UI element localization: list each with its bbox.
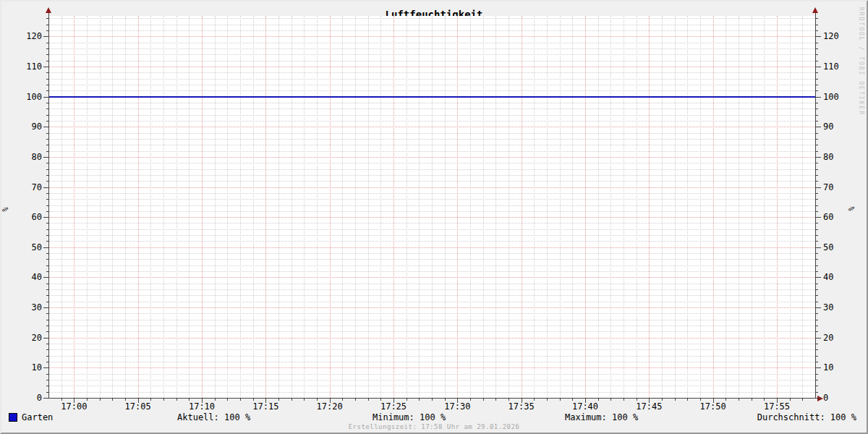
y-minor-tick-left xyxy=(46,362,48,362)
y-tick-label-right: 120 xyxy=(823,31,852,41)
y-minor-tick-left xyxy=(46,121,48,122)
minor-gridline-v xyxy=(509,16,509,398)
x-minor-tick xyxy=(407,399,407,401)
y-minor-tick-left xyxy=(46,356,48,357)
x-tick-label: 17:50 xyxy=(692,401,735,412)
y-major-tick-right xyxy=(816,127,821,127)
series-color-swatch xyxy=(9,413,17,422)
y-minor-tick-left xyxy=(46,284,48,284)
minor-gridline-v xyxy=(739,16,739,398)
y-minor-tick-right xyxy=(816,181,818,182)
y-minor-tick-left xyxy=(46,103,48,103)
minor-gridline-v xyxy=(407,16,407,398)
y-axis-arrow-left xyxy=(46,7,51,13)
y-minor-tick-left xyxy=(46,181,48,182)
minor-gridline-v xyxy=(445,16,446,398)
y-major-tick-right xyxy=(816,398,821,399)
major-gridline-v xyxy=(138,16,139,398)
y-major-tick-left xyxy=(43,97,48,98)
y-major-tick-right xyxy=(816,217,821,218)
minor-gridline-v xyxy=(368,16,369,398)
y-minor-tick-right xyxy=(816,241,818,242)
x-minor-tick xyxy=(610,399,611,401)
y-minor-tick-left xyxy=(46,253,48,254)
y-tick-label-right: 0 xyxy=(823,393,852,403)
x-axis xyxy=(43,398,818,399)
minor-gridline-v xyxy=(227,16,228,398)
y-major-tick-left xyxy=(43,338,48,339)
y-minor-tick-left xyxy=(46,205,48,206)
y-axis-left xyxy=(48,12,49,398)
minor-gridline-v xyxy=(240,16,241,398)
minor-gridline-v xyxy=(253,16,254,398)
y-minor-tick-left xyxy=(46,85,48,85)
y-minor-tick-left xyxy=(46,43,48,43)
x-minor-tick xyxy=(687,399,688,401)
x-minor-tick xyxy=(790,399,791,401)
y-minor-tick-right xyxy=(816,356,818,357)
major-gridline-h xyxy=(48,247,815,248)
x-minor-tick xyxy=(432,399,433,401)
x-minor-tick xyxy=(61,399,62,401)
y-minor-tick-left xyxy=(46,139,48,140)
y-tick-label-left: 30 xyxy=(14,302,42,312)
x-minor-tick xyxy=(292,399,292,401)
x-tick-label: 17:10 xyxy=(180,401,224,412)
y-tick-label-left: 20 xyxy=(14,333,42,343)
minor-gridline-v xyxy=(560,16,561,398)
y-major-tick-left xyxy=(43,217,48,218)
x-minor-tick xyxy=(495,399,496,401)
y-minor-tick-right xyxy=(816,259,818,260)
major-gridline-v xyxy=(585,16,586,398)
y-tick-label-right: 70 xyxy=(823,182,852,192)
minor-gridline-v xyxy=(547,16,548,398)
series-line-garten xyxy=(48,96,815,98)
x-minor-tick xyxy=(227,399,228,401)
y-tick-label-right: 110 xyxy=(823,61,852,72)
minor-gridline-v xyxy=(163,16,164,398)
x-tick-label: 17:35 xyxy=(500,401,543,412)
x-minor-tick xyxy=(240,399,241,401)
y-minor-tick-right xyxy=(816,253,818,254)
y-tick-label-right: 10 xyxy=(823,362,852,373)
y-minor-tick-right xyxy=(816,205,818,206)
y-minor-tick-left xyxy=(46,374,48,375)
x-minor-tick xyxy=(215,399,216,401)
minor-gridline-v xyxy=(534,16,535,398)
y-minor-tick-right xyxy=(816,386,818,386)
minor-gridline-v xyxy=(215,16,216,398)
minor-gridline-v xyxy=(304,16,305,398)
x-minor-tick xyxy=(483,399,484,401)
y-minor-tick-right xyxy=(816,289,818,290)
y-minor-tick-right xyxy=(816,61,818,61)
y-tick-label-right: 40 xyxy=(823,272,852,282)
plot-area: 0010102020303040405050606070708080909010… xyxy=(1,1,867,433)
y-major-tick-left xyxy=(43,277,48,278)
minor-gridline-v xyxy=(317,16,318,398)
major-gridline-v xyxy=(522,16,522,398)
y-minor-tick-left xyxy=(46,25,48,25)
x-minor-tick xyxy=(470,399,471,401)
x-minor-tick xyxy=(368,399,369,401)
y-major-tick-right xyxy=(816,36,821,37)
y-minor-tick-right xyxy=(816,85,818,85)
x-tick-label: 17:15 xyxy=(244,401,287,412)
y-major-tick-right xyxy=(816,247,821,248)
y-minor-tick-left xyxy=(46,259,48,260)
y-minor-tick-left xyxy=(46,313,48,314)
minor-gridline-v xyxy=(61,16,62,398)
major-gridline-h xyxy=(48,36,815,37)
y-minor-tick-right xyxy=(816,145,818,145)
y-minor-tick-right xyxy=(816,54,818,55)
y-minor-tick-left xyxy=(46,79,48,80)
y-minor-tick-left xyxy=(46,331,48,332)
y-minor-tick-left xyxy=(46,151,48,152)
y-minor-tick-right xyxy=(816,72,818,73)
y-minor-tick-left xyxy=(46,115,48,116)
y-minor-tick-left xyxy=(46,109,48,109)
minor-gridline-v xyxy=(790,16,791,398)
major-gridline-v xyxy=(202,16,203,398)
x-minor-tick xyxy=(624,399,624,401)
minor-gridline-v xyxy=(292,16,292,398)
y-minor-tick-left xyxy=(46,18,48,19)
